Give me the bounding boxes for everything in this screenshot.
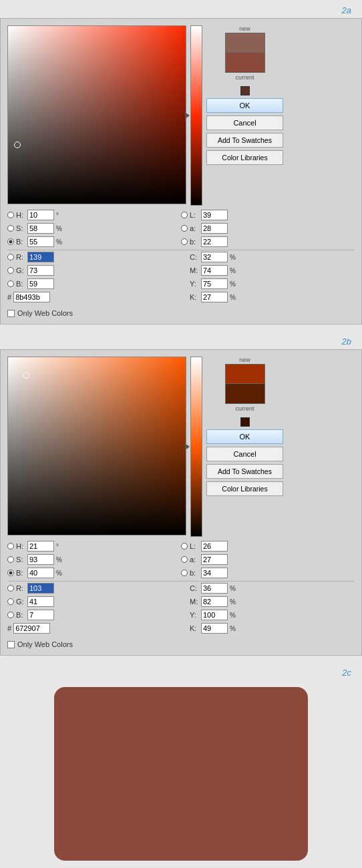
web-colors-checkbox-2a[interactable] (7, 310, 15, 317)
color-canvas-2b[interactable] (7, 357, 186, 535)
field-row-G-2a: G: (7, 265, 181, 276)
field-row-M-2b: M: % (181, 596, 355, 607)
color-icon-2b (240, 417, 250, 427)
color-preview-2b: new current (206, 357, 283, 412)
fields-right-2b: L: a: b: C: % M: % (181, 541, 355, 636)
field-input-bv-2b[interactable] (201, 568, 228, 578)
field-row-L-2a: L: (181, 210, 355, 220)
radio-S-2b[interactable] (7, 556, 14, 563)
web-colors-label-2a: Only Web Colors (17, 309, 73, 317)
radio-H-2b[interactable] (7, 543, 14, 550)
field-label-Y-2b: Y: (190, 611, 199, 619)
field-label-a-2a: a: (190, 224, 199, 232)
field-input-C-2a[interactable] (201, 252, 228, 262)
field-row-Y-2a: Y: % (181, 278, 355, 289)
field-label-M-2a: M: (190, 266, 199, 274)
field-row-C-2b: C: % (181, 583, 355, 594)
color-libraries-button-2b[interactable]: Color Libraries (206, 481, 283, 496)
field-input-Bv-2a[interactable] (27, 278, 54, 289)
field-label-Bv-2a: B: (16, 280, 25, 288)
radio-L-2b[interactable] (181, 543, 188, 550)
ok-button-2a[interactable]: OK (206, 98, 283, 113)
hash-input-2b[interactable] (13, 623, 50, 634)
color-new-2a (225, 33, 265, 53)
radio-B-2a[interactable] (7, 238, 14, 245)
field-input-B-2a[interactable] (27, 236, 54, 247)
field-input-S-2b[interactable] (27, 554, 54, 565)
color-picker-2b: new current OK Cancel Add To Swatches Co… (0, 349, 362, 656)
field-input-G-2b[interactable] (27, 596, 54, 607)
color-icon-2a (240, 86, 250, 95)
radio-H-2a[interactable] (7, 212, 14, 218)
field-input-B-2b[interactable] (27, 568, 54, 578)
field-row-Bv-2b: B: (7, 610, 181, 620)
field-label-Bv-2b: B: (16, 611, 25, 619)
radio-G-2b[interactable] (7, 598, 14, 605)
field-label-C-2a: C: (190, 253, 199, 261)
field-input-Bv-2b[interactable] (27, 610, 54, 620)
cancel-button-2b[interactable]: Cancel (206, 447, 283, 461)
radio-bv-2a[interactable] (181, 238, 188, 245)
field-unit-Y-2b: % (230, 612, 236, 619)
field-input-L-2b[interactable] (201, 541, 228, 552)
radio-bv-2b[interactable] (181, 570, 188, 576)
hash-input-2a[interactable] (13, 292, 50, 302)
field-label-K-2b: K: (190, 624, 199, 632)
field-input-L-2a[interactable] (201, 210, 228, 220)
field-input-a-2b[interactable] (201, 554, 228, 565)
field-label-bv-2b: b: (190, 569, 199, 577)
radio-R-2b[interactable] (7, 585, 14, 592)
field-unit-M-2b: % (230, 598, 236, 606)
fields-left-2b: H: ° S: % B: % R: (7, 541, 181, 636)
field-input-R-2a[interactable] (27, 252, 54, 262)
field-input-bv-2a[interactable] (201, 236, 228, 247)
section-2b-label: 2b (0, 331, 362, 349)
field-input-K-2a[interactable] (201, 292, 228, 302)
field-input-R-2b[interactable] (27, 583, 54, 594)
add-swatches-button-2a[interactable]: Add To Swatches (206, 133, 283, 148)
field-input-a-2a[interactable] (201, 223, 228, 234)
color-swatch-large (54, 687, 308, 861)
field-input-K-2b[interactable] (201, 623, 228, 634)
add-swatches-button-2b[interactable]: Add To Swatches (206, 464, 283, 479)
field-label-M-2b: M: (190, 598, 199, 606)
ok-button-2b[interactable]: OK (206, 429, 283, 444)
field-input-C-2b[interactable] (201, 583, 228, 594)
field-row-L-2b: L: (181, 541, 355, 552)
radio-a-2b[interactable] (181, 556, 188, 563)
radio-L-2a[interactable] (181, 212, 188, 218)
field-input-H-2b[interactable] (27, 541, 54, 552)
radio-a-2a[interactable] (181, 225, 188, 232)
field-unit-H-2a: ° (56, 212, 63, 219)
field-unit-B-2b: % (56, 570, 63, 577)
web-colors-label-2b: Only Web Colors (17, 640, 73, 648)
label-current-2b: current (235, 405, 254, 412)
field-unit-K-2a: % (230, 294, 236, 301)
color-canvas-2a[interactable] (7, 25, 186, 204)
radio-Bv-2b[interactable] (7, 612, 14, 618)
field-label-bv-2a: b: (190, 238, 199, 246)
field-input-M-2a[interactable] (201, 265, 228, 276)
color-new-2b (225, 364, 265, 384)
radio-R-2a[interactable] (7, 254, 14, 260)
field-row-bv-2b: b: (181, 568, 355, 578)
canvas-indicator-2a (14, 142, 21, 148)
cancel-button-2a[interactable]: Cancel (206, 116, 283, 130)
radio-Bv-2a[interactable] (7, 280, 14, 287)
field-unit-S-2a: % (56, 225, 63, 232)
color-libraries-button-2a[interactable]: Color Libraries (206, 150, 283, 165)
field-input-Y-2a[interactable] (201, 278, 228, 289)
field-input-Y-2b[interactable] (201, 610, 228, 620)
radio-B-2b[interactable] (7, 570, 14, 576)
field-input-M-2b[interactable] (201, 596, 228, 607)
field-label-R-2a: R: (16, 253, 25, 261)
only-web-colors-2a: Only Web Colors (7, 309, 355, 317)
field-input-G-2a[interactable] (27, 265, 54, 276)
field-input-H-2a[interactable] (27, 210, 54, 220)
radio-G-2a[interactable] (7, 267, 14, 274)
field-input-S-2a[interactable] (27, 223, 54, 234)
web-colors-checkbox-2b[interactable] (7, 641, 15, 648)
label-current-2a: current (235, 74, 254, 81)
radio-S-2a[interactable] (7, 225, 14, 232)
field-unit-B-2a: % (56, 238, 63, 246)
